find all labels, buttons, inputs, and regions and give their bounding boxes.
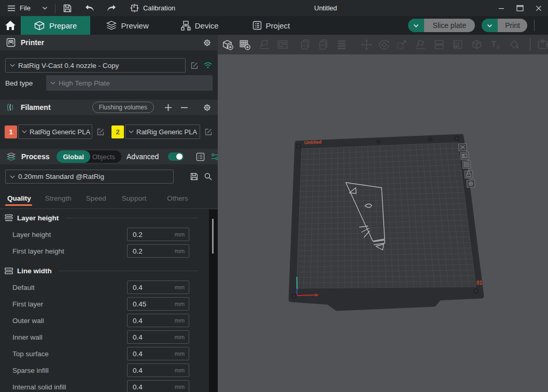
tab-speed[interactable]: Speed	[86, 194, 106, 208]
filament-section-header: Filament Flushing volumes	[0, 100, 218, 115]
add-cube-icon[interactable]	[220, 37, 235, 52]
tab-device[interactable]: Device	[181, 16, 219, 35]
add-filament-button[interactable]	[164, 104, 172, 111]
bed-type-select[interactable]: High Temp Plate	[46, 75, 213, 91]
tab-prepare[interactable]: Prepare	[21, 16, 90, 35]
build-plate-canvas[interactable]: Untitled 01	[218, 54, 548, 392]
chevron-down-icon	[50, 81, 55, 85]
close-button[interactable]	[529, 0, 548, 16]
plus-icon	[164, 104, 172, 111]
search-preset-button[interactable]	[204, 172, 213, 181]
edit-filament-1-button[interactable]	[96, 128, 105, 136]
file-menu[interactable]: File	[7, 4, 31, 12]
calibration-label: Calibration	[143, 4, 175, 12]
lay-on-face-icon[interactable]	[413, 37, 428, 52]
filament-2-value: RatRig Generic PLA	[136, 128, 197, 136]
sidebar-scrollbar[interactable]	[209, 209, 218, 392]
auto-orient-icon[interactable]	[257, 37, 272, 52]
scale-icon[interactable]	[395, 37, 409, 52]
param-input[interactable]: 0.4mm	[127, 363, 189, 377]
plate-number-label: 01	[476, 280, 483, 286]
viewport-toolbar: 0 P Ta	[218, 35, 548, 54]
param-input[interactable]: 0.45mm	[127, 297, 189, 311]
remove-filament-button[interactable]	[180, 104, 188, 111]
edit-icon	[204, 128, 213, 136]
home-icon	[5, 20, 16, 31]
tab-project[interactable]: Project	[252, 16, 290, 35]
tab-strength[interactable]: Strength	[45, 194, 72, 208]
scope-toggle[interactable]: Global Objects	[57, 150, 121, 163]
minimize-button[interactable]	[492, 0, 511, 16]
calibration-icon	[130, 4, 139, 12]
chevron-down-icon	[10, 175, 15, 178]
param-input[interactable]: 0.4mm	[127, 281, 189, 294]
edit-printer-button[interactable]	[190, 61, 199, 70]
process-preset-select[interactable]: 0.20mm Standard @RatRig	[5, 170, 174, 184]
scope-global[interactable]: Global	[57, 150, 90, 163]
filament-settings-button[interactable]	[203, 103, 212, 112]
param-input[interactable]: 0.4mm	[127, 314, 189, 327]
filament-1-select[interactable]: RatRig Generic PLA	[18, 124, 92, 139]
add-plate-icon[interactable]	[237, 37, 252, 52]
param-input[interactable]: 0.4mm	[127, 380, 189, 392]
maximize-button[interactable]	[511, 0, 529, 16]
edit-filament-2-button[interactable]	[204, 128, 213, 136]
undo-button[interactable]	[85, 4, 95, 12]
move-icon[interactable]	[359, 37, 374, 52]
assembly-icon[interactable]	[536, 37, 548, 52]
tab-others[interactable]: Others	[167, 194, 188, 208]
document-p-icon[interactable]: P	[316, 37, 331, 52]
printer-connection-button[interactable]	[203, 62, 213, 69]
scrollbar-thumb[interactable]	[212, 219, 214, 254]
process-icon	[6, 152, 16, 161]
wifi-icon	[203, 62, 213, 69]
save-button[interactable]	[63, 4, 72, 13]
printer-preset-select[interactable]: RatRig V-Cast 0.4 nozzle - Copy	[5, 58, 186, 73]
split-icon[interactable]	[432, 37, 446, 52]
titlebar-separator	[55, 4, 55, 13]
filament-2-badge[interactable]: 2	[111, 125, 124, 138]
viewport-3d[interactable]: 0 P Ta Untitled 01	[218, 35, 548, 392]
flushing-volumes-button[interactable]: Flushing volumes	[92, 102, 154, 113]
object-list-button[interactable]	[196, 152, 205, 161]
layers-icon[interactable]	[334, 37, 349, 52]
fill-wall-icon[interactable]	[451, 37, 465, 52]
rotate-icon[interactable]	[377, 37, 391, 52]
slice-dropdown-chevron[interactable]	[408, 19, 424, 32]
advanced-toggle[interactable]	[168, 152, 184, 161]
redo-button[interactable]	[106, 4, 117, 12]
main-tab-bar: Prepare Preview Device Project Slice pla…	[0, 16, 548, 35]
action-separator	[534, 20, 535, 31]
arrange-icon[interactable]	[275, 37, 290, 52]
param-input[interactable]: 0.2mm	[127, 228, 189, 241]
document-0-icon[interactable]: 0	[298, 37, 313, 52]
process-tune-button[interactable]	[210, 152, 218, 161]
print-dropdown-chevron[interactable]	[482, 19, 498, 32]
filament-section-title: Filament	[21, 103, 51, 111]
scope-objects[interactable]: Objects	[90, 153, 121, 161]
param-row: Top surface 0.4mm	[0, 345, 218, 362]
slice-plate-button[interactable]: Slice plate	[408, 19, 475, 32]
home-button[interactable]	[0, 16, 21, 35]
param-input[interactable]: 0.2mm	[127, 244, 189, 258]
line-width-group-header: Line width	[0, 262, 218, 279]
printer-settings-button[interactable]	[203, 38, 212, 47]
print-button[interactable]: Print	[482, 19, 527, 32]
text-icon[interactable]: Ta	[488, 37, 503, 52]
layer-height-icon	[4, 214, 13, 222]
svg-text:P: P	[321, 43, 325, 48]
save-preset-button[interactable]	[190, 172, 199, 181]
tab-preview[interactable]: Preview	[106, 16, 148, 35]
filament-2-select[interactable]: RatRig Generic PLA	[125, 124, 200, 139]
cut-icon[interactable]	[470, 37, 484, 52]
param-input[interactable]: 0.4mm	[127, 330, 189, 344]
tab-quality[interactable]: Quality	[7, 194, 31, 208]
calibration-button[interactable]: Calibration	[130, 4, 175, 12]
filament-1-badge[interactable]: 1	[5, 125, 17, 138]
param-input[interactable]: 0.4mm	[127, 347, 189, 360]
tab-support[interactable]: Support	[122, 194, 146, 208]
paint-icon[interactable]	[507, 37, 521, 52]
file-menu-chevron[interactable]	[42, 6, 48, 10]
title-bar: File Calibration Untitled	[0, 0, 548, 16]
advanced-label: Advanced	[127, 152, 159, 161]
